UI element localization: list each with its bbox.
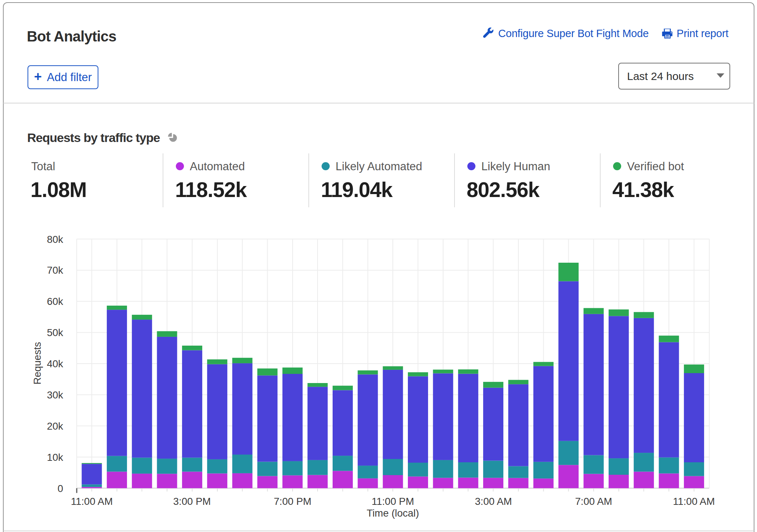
svg-text:50k: 50k: [47, 327, 64, 338]
svg-text:11:00 AM: 11:00 AM: [673, 496, 715, 507]
svg-text:10k: 10k: [47, 452, 64, 463]
svg-text:40k: 40k: [47, 358, 64, 369]
svg-text:Time (local): Time (local): [367, 507, 419, 519]
svg-text:7:00 AM: 7:00 AM: [575, 496, 612, 507]
svg-text:60k: 60k: [47, 296, 64, 307]
svg-text:3:00 AM: 3:00 AM: [475, 496, 512, 507]
svg-text:70k: 70k: [47, 265, 64, 276]
svg-text:11:00 AM: 11:00 AM: [71, 496, 113, 507]
svg-text:3:00 PM: 3:00 PM: [173, 496, 211, 507]
svg-text:11:00 PM: 11:00 PM: [372, 496, 414, 507]
svg-text:30k: 30k: [47, 389, 64, 401]
svg-text:7:00 PM: 7:00 PM: [274, 496, 311, 507]
svg-text:Requests: Requests: [32, 342, 43, 385]
svg-text:0: 0: [58, 483, 63, 494]
svg-text:80k: 80k: [47, 234, 64, 245]
svg-text:20k: 20k: [47, 420, 64, 432]
